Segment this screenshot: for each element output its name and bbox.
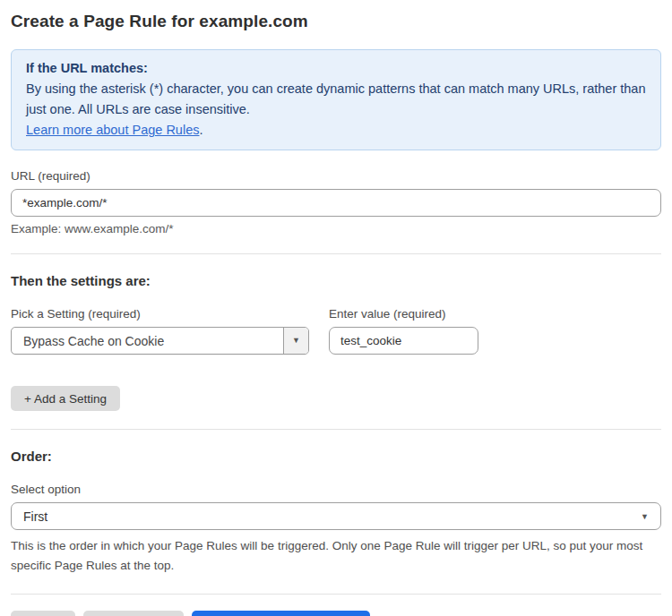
link-period: .: [199, 123, 202, 137]
url-helper-text: Example: www.example.com/*: [11, 222, 661, 235]
order-select[interactable]: First ▼: [11, 502, 661, 530]
setting-select[interactable]: Bypass Cache on Cookie ▼: [11, 327, 309, 355]
setting-field-group: Pick a Setting (required) Bypass Cache o…: [11, 288, 309, 355]
order-select-wrap: First ▼: [11, 502, 661, 530]
settings-section-heading: Then the settings are:: [11, 273, 661, 288]
info-box-heading: If the URL matches:: [26, 58, 646, 79]
footer-buttons: Cancel Save as Draft Save and Deploy Pag…: [11, 611, 661, 616]
divider: [11, 253, 661, 254]
learn-more-link[interactable]: Learn more about Page Rules: [26, 123, 199, 137]
url-match-info-box: If the URL matches: By using the asteris…: [11, 49, 661, 150]
chevron-down-icon: ▼: [292, 337, 300, 345]
order-section-heading: Order:: [11, 449, 661, 464]
chevron-down-icon: ▼: [641, 512, 649, 520]
url-label: URL (required): [11, 169, 661, 183]
create-page-rule-form: Create a Page Rule for example.com If th…: [0, 0, 672, 616]
divider: [11, 594, 661, 595]
setting-value-input[interactable]: [329, 327, 478, 355]
divider: [11, 429, 661, 430]
info-box-body: By using the asterisk (*) character, you…: [26, 79, 646, 120]
save-draft-button[interactable]: Save as Draft: [83, 611, 184, 616]
order-select-label: Select option: [11, 483, 661, 496]
order-helper-text: This is the order in which your Page Rul…: [11, 536, 658, 576]
value-label: Enter value (required): [329, 307, 478, 321]
setting-label: Pick a Setting (required): [11, 307, 309, 321]
order-select-value: First: [23, 509, 47, 524]
url-input[interactable]: [11, 189, 661, 217]
setting-select-value: Bypass Cache on Cookie: [12, 328, 283, 354]
info-box-link-line: Learn more about Page Rules.: [26, 120, 646, 141]
add-setting-button[interactable]: + Add a Setting: [11, 386, 120, 411]
page-title: Create a Page Rule for example.com: [11, 12, 661, 31]
cancel-button[interactable]: Cancel: [11, 611, 75, 616]
save-deploy-button[interactable]: Save and Deploy Page Rule: [192, 611, 371, 616]
setting-select-arrow-button[interactable]: ▼: [283, 328, 308, 354]
value-field-group: Enter value (required): [329, 288, 478, 355]
settings-fields-row: Pick a Setting (required) Bypass Cache o…: [11, 288, 661, 355]
